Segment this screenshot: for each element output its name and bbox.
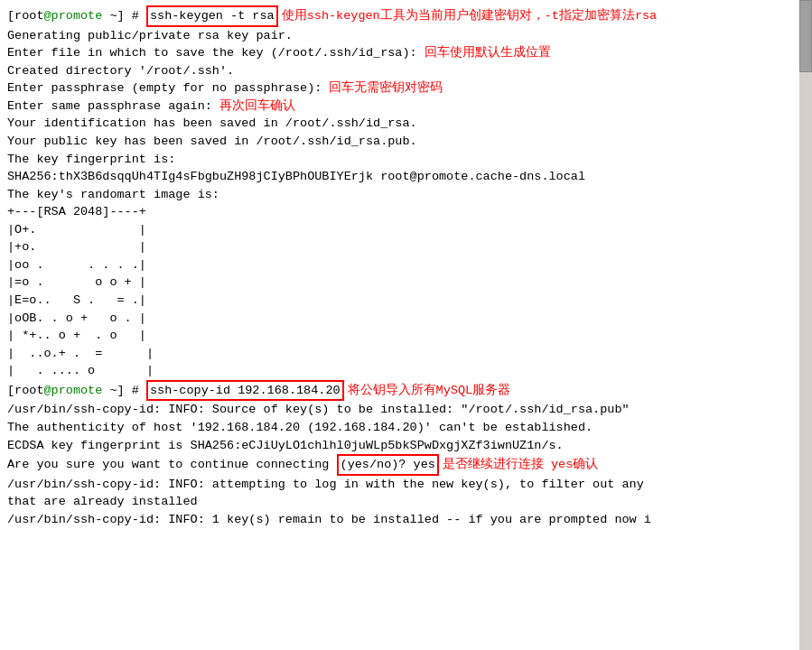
annotation-5: 回车无需密钥对密码 [329,79,443,98]
output-line-13: |O+. | [7,221,805,239]
text-10: SHA256:thX3B6dsqqUh4TIg4sFbgbuZH98jCIyBP… [7,168,585,186]
output-line-30: that are already installed [7,493,805,511]
text-30: that are already installed [7,493,198,511]
yesno-line: Are you sure you want to continue connec… [7,454,805,476]
annotation-2: 将公钥导入所有MySQL服务器 [348,382,511,400]
prompt-rest-2: ~] # [102,382,146,400]
annotation-6: 再次回车确认 [219,98,295,116]
text-25: The authenticity of host '192.168.184.20… [7,419,593,437]
output-line-6: Enter same passphrase again: 再次回车确认 [7,98,805,116]
output-line-26: ECDSA key fingerprint is SHA256:eCJiUyLO… [7,437,805,455]
annotation-1: 使用ssh-keygen工具为当前用户创建密钥对，-t指定加密算法rsa [282,7,658,25]
output-line-21: | . .... o | [7,362,805,380]
output-line-3: Enter file in which to save the key (/ro… [7,44,805,62]
output-line-11: The key's randomart image is: [7,186,805,204]
scrollbar[interactable] [799,0,812,650]
output-line-14: |+o. | [7,238,805,256]
output-line-20: | ..o.+ . = | [7,345,805,363]
output-line-18: |oOB. . o + o . | [7,310,805,328]
prompt-at-2: @promote [44,382,103,400]
yesno-highlight: (yes/no)? yes [337,454,439,476]
output-line-12: +---[RSA 2048]----+ [7,203,805,221]
terminal-window: [root@promote ~] # ssh-keygen -t rsa使用ss… [0,0,812,650]
command-line-1: [root@promote ~] # ssh-keygen -t rsa使用ss… [7,5,805,27]
output-line-29: /usr/bin/ssh-copy-id: INFO: attempting t… [7,476,805,494]
output-line-5: Enter passphrase (empty for no passphras… [7,79,805,98]
text-4: Created directory '/root/.ssh'. [7,62,234,80]
annotation-3: 回车使用默认生成位置 [425,44,551,62]
yesno-annotation: 是否继续进行连接 yes确认 [443,456,598,474]
output-line-10: SHA256:thX3B6dsqqUh4TIg4sFbgbuZH98jCIyBP… [7,168,805,186]
output-line-24: /usr/bin/ssh-copy-id: INFO: Source of ke… [7,401,805,419]
text-29: /usr/bin/ssh-copy-id: INFO: attempting t… [7,476,644,494]
text-18: |oOB. . o + o . | [7,310,146,328]
text-12: +---[RSA 2048]----+ [7,203,146,221]
text-8: Your public key has been saved in /root/… [7,133,417,151]
text-7: Your identification has been saved in /r… [7,115,417,133]
output-line-2: Generating public/private rsa key pair. [7,27,805,45]
text-19: | *+.. o + . o | [7,327,146,345]
scrollbar-thumb[interactable] [799,0,812,72]
text-26: ECDSA key fingerprint is SHA256:eCJiUyLO… [7,437,564,455]
prompt-1: [root [7,7,44,25]
output-line-19: | *+.. o + . o | [7,327,805,345]
text-15: |oo . . . . .| [7,256,146,274]
command-line-2: [root@promote ~] # ssh-copy-id 192.168.1… [7,380,805,402]
text-14: |+o. | [7,238,146,256]
output-line-16: |=o . o o + | [7,274,805,292]
text-20: | ..o.+ . = | [7,345,154,363]
text-2: Generating public/private rsa key pair. [7,27,293,45]
prompt-rest-1: ~] # [102,7,146,25]
text-16: |=o . o o + | [7,274,146,292]
text-31: /usr/bin/ssh-copy-id: INFO: 1 key(s) rem… [7,511,651,529]
output-line-4: Created directory '/root/.ssh'. [7,62,805,80]
text-6: Enter same passphrase again: [7,98,219,116]
text-21: | . .... o | [7,362,154,380]
output-line-17: |E=o.. S . = .| [7,292,805,310]
prompt-at-1: @promote [44,7,103,25]
prompt-2: [root [7,382,44,400]
output-line-31: /usr/bin/ssh-copy-id: INFO: 1 key(s) rem… [7,511,805,529]
text-13: |O+. | [7,221,146,239]
command-1: ssh-keygen -t rsa [146,5,278,27]
output-line-25: The authenticity of host '192.168.184.20… [7,419,805,437]
output-line-9: The key fingerprint is: [7,151,805,169]
text-9: The key fingerprint is: [7,151,175,169]
text-3: Enter file in which to save the key (/ro… [7,44,425,62]
yesno-before: Are you sure you want to continue connec… [7,456,337,474]
command-2: ssh-copy-id 192.168.184.20 [146,380,344,402]
text-17: |E=o.. S . = .| [7,292,146,310]
output-line-8: Your public key has been saved in /root/… [7,133,805,151]
text-5: Enter passphrase (empty for no passphras… [7,79,329,98]
text-24: /usr/bin/ssh-copy-id: INFO: Source of ke… [7,401,630,419]
output-line-7: Your identification has been saved in /r… [7,115,805,133]
text-11: The key's randomart image is: [7,186,219,204]
output-line-15: |oo . . . . .| [7,256,805,274]
